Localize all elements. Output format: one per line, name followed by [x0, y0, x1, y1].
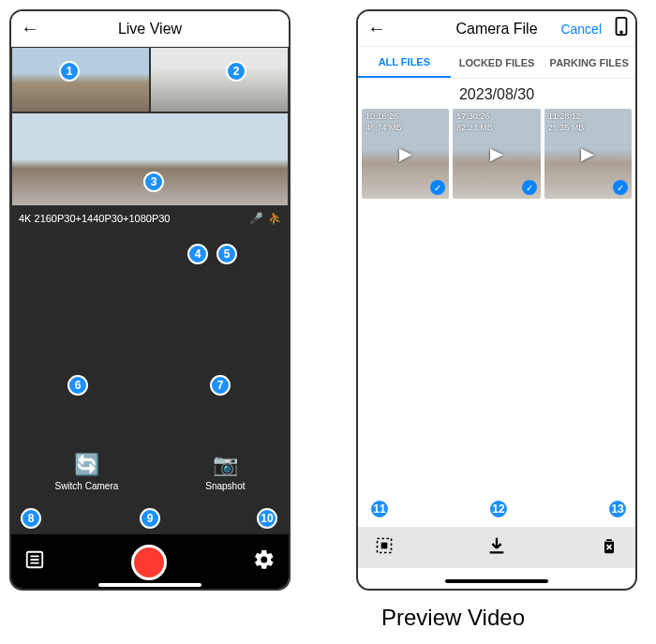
- file-list-icon[interactable]: [24, 549, 45, 576]
- camera-feed-interior[interactable]: 2: [150, 47, 289, 112]
- callout-badge: 3: [143, 172, 164, 192]
- device-icon[interactable]: [615, 17, 628, 40]
- svg-point-5: [620, 31, 622, 33]
- video-thumbnail[interactable]: 17:30:26 82.23 MB ▶ ✓: [453, 109, 540, 199]
- callout-badge: 13: [607, 499, 628, 519]
- record-button[interactable]: [131, 545, 167, 580]
- back-icon[interactable]: ←: [21, 18, 39, 39]
- video-thumbnails: 10:16:26 46.74 MB ▶ ✓ 17:30:26 82.23 MB …: [358, 109, 635, 199]
- camera-file-screen: ← Camera File Cancel ALL FILES LOCKED FI…: [356, 9, 637, 591]
- callout-badge: 7: [210, 375, 231, 396]
- tab-locked-files[interactable]: LOCKED FILES: [451, 47, 544, 78]
- video-thumbnail[interactable]: 11:28:12 25.35 MB ▶ ✓: [544, 109, 632, 199]
- thumbnail-meta: 10:16:26 46.74 MB: [365, 112, 402, 133]
- callout-badge: 1: [59, 61, 80, 82]
- settings-icon[interactable]: [253, 548, 276, 577]
- camera-file-header: ← Camera File Cancel: [358, 11, 635, 47]
- bottom-bar: [11, 534, 289, 591]
- caption-text: Preview Video: [381, 605, 525, 631]
- live-view-screen: ← Live View 1 2 3 4K 2160P30+1440P30+108…: [9, 9, 291, 591]
- live-view-header: ← Live View: [11, 11, 289, 47]
- play-icon: ▶: [399, 143, 412, 164]
- snapshot-label: Snapshot: [205, 481, 245, 491]
- play-icon: ▶: [490, 143, 503, 164]
- download-icon[interactable]: [486, 535, 507, 561]
- control-panel: 4K 2160P30+1440P30+1080P30 🎤 ⛹ 4 5 6 7 🔄…: [11, 206, 289, 506]
- callout-badge: 5: [216, 244, 237, 264]
- selected-check-icon[interactable]: ✓: [430, 180, 445, 195]
- camera-feed-main[interactable]: 3: [11, 112, 289, 206]
- callout-badge: 6: [67, 375, 88, 396]
- secondary-feeds: 1 2: [11, 47, 289, 112]
- delete-icon[interactable]: [600, 536, 619, 560]
- selected-check-icon[interactable]: ✓: [522, 180, 537, 195]
- tab-parking-files[interactable]: PARKING FILES: [543, 47, 635, 78]
- callout-badge: 2: [226, 61, 246, 82]
- callout-badge: 9: [140, 508, 160, 529]
- svg-rect-7: [381, 542, 388, 548]
- callout-badge: 12: [488, 499, 509, 519]
- resolution-text: 4K 2160P30+1440P30+1080P30: [19, 213, 244, 224]
- thumbnail-meta: 11:28:12 25.35 MB: [548, 112, 585, 133]
- selected-check-icon[interactable]: ✓: [613, 180, 628, 195]
- callout-badge: 8: [21, 508, 41, 529]
- home-indicator: [98, 583, 201, 587]
- switch-camera-button[interactable]: 🔄 Switch Camera: [54, 453, 118, 491]
- callout-badge: 11: [369, 499, 390, 519]
- play-icon: ▶: [581, 143, 594, 164]
- select-all-icon[interactable]: [375, 536, 394, 560]
- home-indicator: [445, 579, 548, 583]
- switch-camera-label: Switch Camera: [54, 481, 118, 491]
- cancel-button[interactable]: Cancel: [560, 22, 602, 37]
- switch-camera-icon: 🔄: [74, 453, 99, 477]
- page-title: Live View: [118, 21, 182, 37]
- thumbnail-meta: 17:30:26 82.23 MB: [456, 112, 493, 133]
- video-thumbnail[interactable]: 10:16:26 46.74 MB ▶ ✓: [362, 109, 449, 199]
- file-action-bar: [358, 527, 635, 568]
- date-header: 2023/08/30: [358, 79, 635, 109]
- resolution-row: 4K 2160P30+1440P30+1080P30 🎤 ⛹: [11, 206, 289, 231]
- snapshot-button[interactable]: 📷 Snapshot: [205, 453, 245, 491]
- callout-badge: 4: [187, 244, 208, 264]
- snapshot-icon: 📷: [213, 453, 238, 477]
- camera-feed-front[interactable]: 1: [11, 47, 150, 112]
- callout-badge: 10: [257, 508, 277, 529]
- motion-icon[interactable]: ⛹: [268, 212, 281, 225]
- tab-all-files[interactable]: ALL FILES: [358, 47, 451, 78]
- page-title: Camera File: [455, 21, 537, 37]
- file-tabs: ALL FILES LOCKED FILES PARKING FILES: [358, 47, 635, 79]
- mic-icon[interactable]: 🎤: [249, 212, 262, 225]
- back-icon[interactable]: ←: [367, 18, 386, 39]
